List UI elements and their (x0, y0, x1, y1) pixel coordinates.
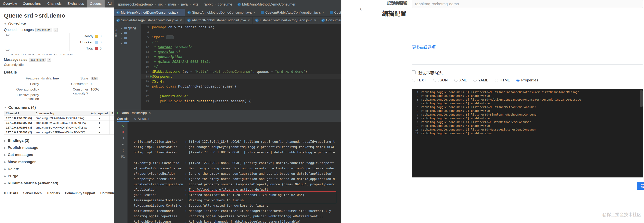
breadcrumb-item[interactable]: src (158, 2, 163, 7)
stop-icon[interactable]: ■ (122, 130, 124, 134)
nav-tab-admin[interactable]: Admin (104, 0, 114, 8)
format-radio-properties[interactable]: Properties (516, 78, 538, 82)
last-minute-badge[interactable]: last minute (29, 58, 46, 62)
nav-tab-exchanges[interactable]: Exchanges (64, 0, 87, 8)
editor-scrollbar[interactable] (640, 90, 642, 107)
close-icon[interactable]: ✕ (314, 19, 316, 22)
format-radio-yaml[interactable]: YAML (474, 78, 488, 82)
section-consumers-header[interactable]: ▼ Consumers (4) (4, 105, 114, 110)
format-radio-text[interactable]: TEXT (412, 78, 426, 82)
project-tree-row[interactable]: ∨spring (119, 25, 141, 30)
format-radio-json[interactable]: JSON (433, 78, 448, 82)
breadcrumb-item[interactable]: vlts (193, 2, 198, 7)
breadcrumb-label: spring-rocketmq-demo (118, 2, 153, 7)
editor-tab[interactable]: CCustomRabbitAutoConfiguration.java✕ (258, 9, 327, 16)
breadcrumb-item[interactable]: java (181, 2, 188, 7)
run-tab-actuator[interactable]: ⚙Actuator (134, 116, 150, 122)
run-app-icon: ▶ (117, 111, 119, 114)
x-tick: 18:20:40 (11, 53, 20, 56)
last-minute-badge[interactable]: last minute (36, 28, 52, 32)
section-runtime-metrics-advanced-[interactable]: ▶Runtime Metrics (Advanced) (4, 180, 114, 187)
console-output[interactable]: onfig.impl.ClientWorker : [fixed-127.0.0… (128, 122, 341, 223)
footer-links: HTTP APIServer DocsTutorialsCommunity Su… (4, 189, 114, 197)
group-field[interactable]: rabbitmq-rocketmq-demo (412, 0, 643, 8)
collapse-expanded-icon: ▼ (4, 106, 6, 109)
editor-tab[interactable]: CAbstractRabbitListenerEndpoint.java✕ (185, 17, 253, 24)
channel-link[interactable]: 127.0.0.1:51693 (2) (4, 130, 34, 135)
editor-tab[interactable]: CCustomRabbitCommandLineRunner.java✕ (327, 9, 341, 16)
breadcrumb-item[interactable]: main (168, 2, 176, 7)
format-radio-xml[interactable]: XML (454, 78, 467, 82)
project-tree-row[interactable]: ▸ (119, 41, 141, 46)
project-tool-button[interactable]: Project (114, 27, 118, 37)
status-badge: idle (90, 77, 98, 80)
code-text: @Component (152, 74, 172, 79)
folded-imports[interactable]: ... (166, 36, 174, 39)
nav-tab-overview[interactable]: Overview (0, 0, 20, 8)
format-radio-html[interactable]: HTML (495, 78, 510, 82)
editor-tab[interactable]: CListenerContainerFactoryBean.java✕ (253, 17, 319, 24)
text-cursor (492, 132, 492, 135)
breadcrumb-item[interactable]: rabbit (204, 2, 212, 7)
nav-tab-queues[interactable]: Queues (87, 0, 104, 8)
section-get-messages[interactable]: ▶Get messages (4, 151, 114, 158)
close-icon[interactable]: ✕ (149, 111, 151, 114)
project-tree-row[interactable]: ∨ (119, 30, 141, 36)
nav-tab-channels[interactable]: Channels (44, 0, 64, 8)
run-tab-console[interactable]: Console (117, 116, 128, 122)
legend-row-unacked: Unacked0 (79, 40, 102, 44)
pause-output-icon[interactable]: ⏸ (122, 136, 124, 140)
footer-link-http-api[interactable]: HTTP API (4, 191, 18, 195)
breadcrumb-item[interactable]: spring-rocketmq-demo (118, 2, 153, 7)
channel-link[interactable]: 127.0.0.1:51693 (6) (4, 120, 34, 125)
detail-label: Effective policy definition (4, 93, 41, 101)
editor-tab[interactable]: CMultiAnnoMethodDemoConsumer.java✕ (114, 9, 185, 16)
close-icon[interactable]: ✕ (248, 19, 250, 22)
close-icon[interactable]: ✕ (253, 11, 256, 14)
editor-tab[interactable]: CSimpleMessageListenerContainer.java✕ (114, 17, 185, 24)
rerun-icon[interactable]: ↻ (122, 124, 124, 128)
section-publish-message[interactable]: ▶Publish message (4, 144, 114, 151)
close-icon[interactable]: ✕ (180, 19, 182, 22)
beta-checkbox[interactable] (412, 70, 416, 74)
publish-button[interactable]: 发布 (637, 182, 644, 190)
detail-label: State (65, 77, 90, 80)
section-move-messages[interactable]: ▶Move messages (4, 158, 114, 165)
section-bindings-2-[interactable]: ▶Bindings (2) (4, 137, 114, 144)
more-options-link[interactable]: 更多高级选项 (412, 44, 436, 50)
help-icon[interactable]: ? (54, 28, 58, 32)
editor-tab[interactable]: CSingleAnnoMethodDemoConsumer.java✕ (185, 9, 258, 16)
section-overview-header[interactable]: ▼ Overview (4, 22, 114, 26)
close-icon[interactable]: ✕ (180, 11, 182, 14)
breadcrumb-item[interactable]: CMultiAnnoMethodDemoConsumer (238, 2, 296, 7)
section-purge[interactable]: ▶Purge (4, 172, 114, 180)
line-number: 18 (142, 74, 152, 79)
section-delete[interactable]: ▶Delete (4, 165, 114, 172)
footer-link-community-slack[interactable]: Community Slack (100, 191, 114, 195)
description-textarea[interactable] (412, 52, 643, 65)
channel-link[interactable]: 127.0.0.1:51693 (5) (4, 116, 34, 120)
channel-link[interactable]: 127.0.0.1:51693 (3) (4, 125, 34, 130)
help-icon[interactable]: ? (47, 58, 51, 62)
scroll-to-end-icon[interactable]: ⇣ (122, 149, 124, 152)
project-tree-row[interactable]: ▸ (119, 36, 141, 41)
run-app-tab[interactable]: RabbitRocketApp (121, 111, 147, 115)
soft-wrap-icon[interactable]: ↩ (122, 142, 124, 146)
footer-link-community-support[interactable]: Community Support (65, 191, 95, 195)
footer-link-server-docs[interactable]: Server Docs (23, 191, 42, 195)
nav-tab-connections[interactable]: Connections (20, 0, 44, 8)
radio-label: XML (459, 78, 467, 82)
queued-messages-line: Queued messages last minute ? (4, 28, 114, 32)
editor-tab[interactable]: CConsumerTagStrategy.java✕ (319, 17, 341, 24)
info-icon[interactable]: ⓘ (403, 2, 407, 5)
nacos-panel: ‹ 编辑配置 *Data ID: rabbitmq-toggle.propert… (341, 0, 644, 223)
config-content-editor[interactable]: 1rabbitmq.toggle.consumers[0].listenerId… (412, 89, 643, 177)
code-editor[interactable]: 3package cn.vlts.rabbit.consume;45import… (142, 24, 341, 110)
footer-link-tutorials[interactable]: Tutorials (47, 191, 60, 195)
close-icon[interactable]: ✕ (322, 11, 324, 14)
code-text: * @description (152, 54, 182, 59)
clear-all-icon[interactable]: ⌦ (121, 155, 126, 159)
config-line: 9rabbitmq.toggle.consumers[4].listenerId… (412, 120, 643, 124)
breadcrumb-item[interactable]: consume (218, 2, 232, 7)
back-chevron-icon[interactable]: ‹ (360, 5, 362, 13)
